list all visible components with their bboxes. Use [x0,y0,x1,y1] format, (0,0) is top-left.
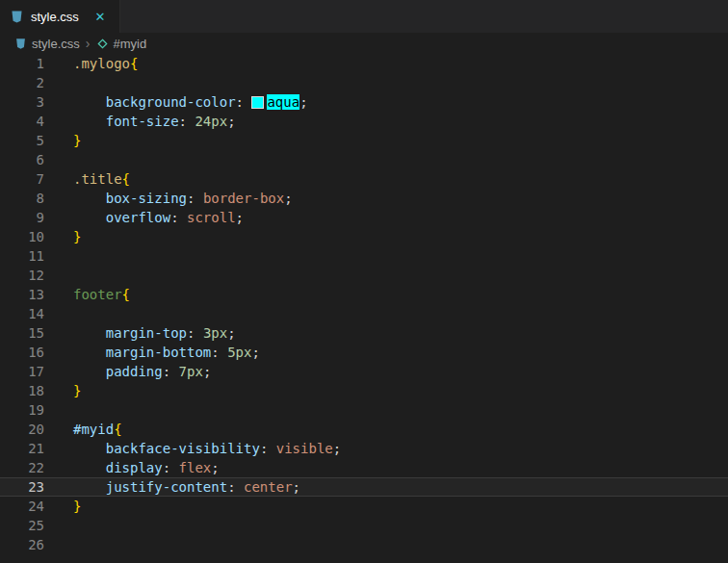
code-text [60,246,73,266]
code-token: border-box [203,191,284,206]
editor-line[interactable]: 26 [0,535,728,554]
code-token: #myid [73,422,114,437]
line-number: 13 [0,285,60,304]
code-token: justify-content [73,479,227,495]
editor-line[interactable]: 21 backface-visibility: visible; [0,439,728,458]
code-token: { [122,287,130,302]
code-token: 7px [179,364,203,379]
line-number: 11 [0,246,60,266]
code-text: footer{ [60,285,130,304]
code-token: } [73,383,81,398]
editor-line[interactable]: 6 [0,150,728,169]
code-token: { [122,171,130,187]
editor-line[interactable]: 11 [0,246,728,266]
code-token: 3px [203,325,227,341]
color-swatch[interactable] [251,96,264,109]
code-token: 5px [227,345,251,360]
editor-line[interactable]: 3 background-color: aqua; [0,92,728,112]
line-number: 25 [0,516,60,535]
editor-line[interactable]: 19 [0,400,728,420]
editor-line[interactable]: 14 [0,304,728,323]
editor-line[interactable]: 18} [0,381,728,400]
code-token: aqua [267,94,299,110]
editor-line[interactable]: 1.mylogo{ [0,54,728,73]
breadcrumb-symbol[interactable]: #myid [114,37,147,51]
code-token: : [236,94,252,110]
code-token: .mylogo [73,56,130,71]
line-number: 19 [0,400,60,420]
editor-line[interactable]: 25 [0,516,728,535]
line-number: 20 [0,420,60,439]
line-number: 23 [0,477,60,497]
code-token: margin-top [73,325,187,341]
line-number: 3 [0,92,60,112]
code-text: font-size: 24px; [60,112,236,131]
breadcrumb-file[interactable]: style.css [32,37,80,51]
line-number: 16 [0,343,60,362]
code-editor[interactable]: 1.mylogo{23 background-color: aqua;4 fon… [0,54,728,563]
code-text: #myid{ [60,420,122,439]
editor-line[interactable]: 22 display: flex; [0,458,728,477]
code-text [60,400,73,420]
code-text [60,516,73,535]
code-text [60,73,73,92]
editor-lines: 1.mylogo{23 background-color: aqua;4 fon… [0,54,728,554]
code-token: scroll [187,210,236,225]
close-icon[interactable]: ✕ [91,8,109,25]
vscode-window: style.css ✕ style.css › #myid 1.mylogo{2… [0,0,728,563]
line-number: 18 [0,381,60,400]
code-token: margin-bottom [73,345,211,360]
code-text: background-color: aqua; [60,92,308,112]
code-token: box-sizing [73,191,187,206]
editor-line[interactable]: 4 font-size: 24px; [0,112,728,131]
code-text: margin-bottom: 5px; [60,343,260,362]
css-file-icon [14,38,27,50]
code-token: display [73,460,163,475]
tab-style-css[interactable]: style.css ✕ [0,0,120,33]
code-token: ; [293,479,300,495]
editor-line[interactable]: 13footer{ [0,285,728,304]
editor-line[interactable]: 9 overflow: scroll; [0,208,728,227]
editor-line[interactable]: 10} [0,227,728,246]
line-number: 1 [0,54,60,73]
code-token: footer [73,287,122,302]
editor-line[interactable]: 7.title{ [0,169,728,189]
editor-line[interactable]: 12 [0,266,728,285]
editor-line[interactable]: 8 box-sizing: border-box; [0,189,728,208]
line-number: 5 [0,131,60,150]
editor-line[interactable]: 15 margin-top: 3px; [0,323,728,343]
editor-line[interactable]: 24} [0,497,728,516]
breadcrumb: style.css › #myid [0,33,728,54]
code-text [60,304,73,323]
editor-line[interactable]: 16 margin-bottom: 5px; [0,343,728,362]
code-text: box-sizing: border-box; [60,189,293,208]
line-number: 7 [0,169,60,189]
editor-line[interactable]: 2 [0,73,728,92]
code-text [60,535,73,554]
editor-line[interactable]: 5} [0,131,728,150]
tab-bar: style.css ✕ [0,0,728,33]
line-number: 12 [0,266,60,285]
editor-line[interactable]: 17 padding: 7px; [0,362,728,381]
editor-line[interactable]: 20#myid{ [0,420,728,439]
code-token: ; [227,325,235,341]
code-token: : [163,364,179,379]
code-text: padding: 7px; [60,362,211,381]
line-number: 26 [0,535,60,554]
code-token: : [211,345,227,360]
code-token: ; [203,364,211,379]
code-token: : [170,210,187,225]
code-token: } [73,133,81,148]
code-token: ; [251,345,259,360]
code-text: margin-top: 3px; [60,323,236,343]
code-text: .mylogo{ [60,54,138,73]
chevron-right-icon: › [85,36,91,51]
code-token: ; [284,191,292,206]
code-text: } [60,131,81,150]
line-number: 21 [0,439,60,458]
editor-line[interactable]: 23 justify-content: center; [0,477,728,497]
code-text: } [60,497,81,516]
code-token: } [73,229,81,244]
code-token: { [130,56,138,71]
code-token: ; [236,210,244,225]
